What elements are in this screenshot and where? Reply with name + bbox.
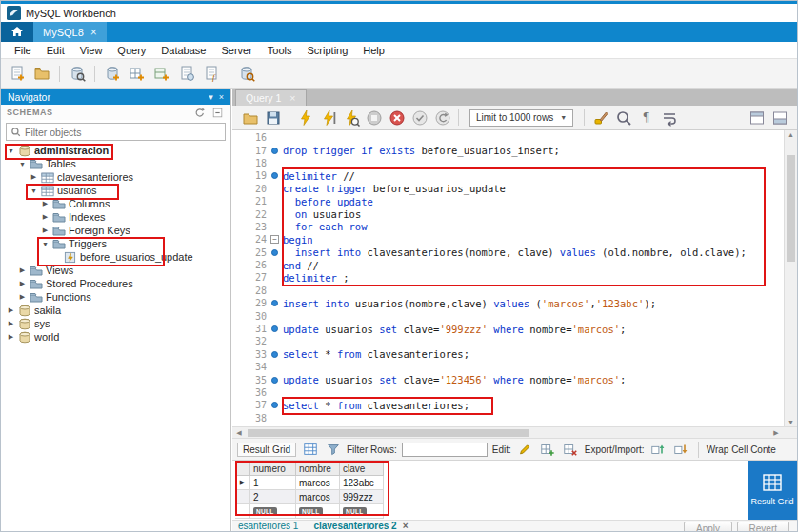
grid-column-header-numero[interactable]: numero <box>250 462 296 476</box>
code-line-30[interactable]: 30 <box>232 309 797 322</box>
code-line-16[interactable]: 16 <box>232 131 797 144</box>
code-fold-icon[interactable]: − <box>270 235 279 244</box>
panel-toggle-icon[interactable] <box>769 108 789 128</box>
filter-rows-input[interactable] <box>402 443 488 457</box>
grid-row-selector[interactable]: ▶ <box>235 476 250 490</box>
menu-item-scripting[interactable]: Scripting <box>300 44 356 57</box>
code-line-38[interactable]: 38 <box>232 412 797 424</box>
chevron-collapsed-icon[interactable]: ▶ <box>6 333 16 341</box>
toggle-stop-on-error-icon[interactable] <box>387 108 407 128</box>
code-line-37[interactable]: 37select * from clavesanteriores; <box>232 399 797 411</box>
connection-tab-mysql8[interactable]: MySQL8 × <box>33 22 107 42</box>
tree-item-sys[interactable]: ▶sys <box>1 317 230 330</box>
grid-cell[interactable]: 999zzz <box>340 490 384 504</box>
menu-item-query[interactable]: Query <box>110 44 153 57</box>
inspector-icon[interactable] <box>67 63 88 84</box>
rollback-icon[interactable] <box>432 108 452 128</box>
tree-item-triggers[interactable]: ▼Triggers <box>1 237 230 250</box>
code-line-35[interactable]: 35update usuarios set clave='123456' whe… <box>232 373 797 385</box>
code-line-26[interactable]: 26end // <box>232 259 797 271</box>
import-icon[interactable] <box>672 441 690 459</box>
close-panel-icon[interactable]: × <box>219 92 224 102</box>
explain-icon[interactable] <box>341 108 361 128</box>
chevron-expanded-icon[interactable]: ▼ <box>6 148 16 154</box>
apply-button[interactable]: Apply <box>684 522 732 532</box>
menu-item-help[interactable]: Help <box>355 44 392 57</box>
tree-item-functions[interactable]: ▶Functions <box>1 290 230 304</box>
code-line-23[interactable]: 23 for each row <box>232 221 797 233</box>
grid-cell[interactable]: marcos <box>296 476 340 490</box>
filter-icon[interactable] <box>324 441 342 459</box>
tree-item-before-usuarios-update[interactable]: before_usuarios_update <box>1 250 230 264</box>
menu-item-edit[interactable]: Edit <box>39 44 72 57</box>
grid-column-header-clave[interactable]: clave <box>340 462 384 476</box>
result-tab-esanteriores-1[interactable]: esanteriores 1 <box>238 521 298 531</box>
collapse-editor-icon[interactable] <box>747 108 767 128</box>
commit-icon[interactable] <box>409 108 429 128</box>
grid-cell[interactable]: 123abc <box>340 476 384 490</box>
tree-item-sakila[interactable]: ▶sakila <box>1 304 230 317</box>
grid-row-selector[interactable] <box>235 504 250 519</box>
grid-row-selector[interactable] <box>235 490 250 504</box>
code-line-28[interactable]: 28 <box>232 285 797 297</box>
revert-button[interactable]: Revert <box>737 522 789 532</box>
execute-current-icon[interactable] <box>318 108 338 128</box>
search-database-icon[interactable] <box>236 63 257 84</box>
code-line-24[interactable]: 24−begin <box>232 233 797 246</box>
table-row[interactable]: NULLNULLNULL <box>235 504 384 519</box>
code-line-22[interactable]: 22 on usuarios <box>232 207 797 220</box>
chevron-collapsed-icon[interactable]: ▶ <box>29 173 39 181</box>
chevron-collapsed-icon[interactable]: ▶ <box>17 266 28 274</box>
create-table-icon[interactable] <box>127 63 148 84</box>
refresh-icon[interactable] <box>191 106 207 119</box>
invisible-characters-icon[interactable]: ¶ <box>636 108 656 128</box>
menu-item-server[interactable]: Server <box>213 44 259 57</box>
open-sql-script-icon[interactable] <box>31 63 52 84</box>
code-line-33[interactable]: 33select * from clavesanteriores; <box>232 348 797 361</box>
grid-cell[interactable]: NULL <box>250 504 296 519</box>
create-schema-icon[interactable] <box>102 63 123 84</box>
export-icon[interactable] <box>649 441 668 459</box>
code-line-21[interactable]: 21 before update <box>232 195 797 207</box>
home-tab-button[interactable] <box>1 22 33 42</box>
tree-item-indexes[interactable]: ▶Indexes <box>1 210 230 224</box>
code-line-17[interactable]: 17drop trigger if exists before_usuarios… <box>232 144 797 156</box>
delete-row-icon[interactable] <box>562 441 580 459</box>
grid-column-header-nombre[interactable]: nombre <box>296 462 340 476</box>
grid-icon[interactable] <box>301 441 319 459</box>
tree-item-administracion[interactable]: ▼administracion <box>1 144 230 157</box>
query-tab[interactable]: Query 1 × <box>235 89 307 106</box>
menu-item-tools[interactable]: Tools <box>260 44 300 57</box>
save-script-icon[interactable] <box>263 108 283 128</box>
collapse-all-icon[interactable] <box>209 106 225 119</box>
code-line-31[interactable]: 31update usuarios set clave='999zzz' whe… <box>232 323 797 335</box>
find-icon[interactable] <box>613 108 633 128</box>
chevron-expanded-icon[interactable]: ▼ <box>40 241 50 247</box>
scroll-left-icon[interactable]: ◀ <box>232 427 246 438</box>
grid-cell[interactable]: 2 <box>250 490 296 504</box>
chevron-expanded-icon[interactable]: ▼ <box>17 161 28 167</box>
editor-horizontal-scrollbar[interactable]: ◀ ▶ <box>232 426 797 439</box>
code-line-29[interactable]: 29insert into usuarios(nombre,clave) val… <box>232 297 797 309</box>
connection-tab-close-icon[interactable]: × <box>90 27 97 38</box>
code-line-19[interactable]: 19delimiter // <box>232 169 797 182</box>
tree-item-tables[interactable]: ▼Tables <box>1 157 230 170</box>
stop-icon[interactable] <box>364 108 384 128</box>
grid-cell[interactable]: NULL <box>340 504 384 519</box>
menu-item-file[interactable]: File <box>7 44 39 57</box>
chevron-collapsed-icon[interactable]: ▶ <box>6 306 16 314</box>
vertical-scroll-thumb[interactable] <box>787 155 795 262</box>
chevron-collapsed-icon[interactable]: ▶ <box>40 227 50 234</box>
dock-icon[interactable]: ▾ <box>209 92 213 102</box>
grid-cell[interactable]: NULL <box>296 504 340 519</box>
result-grid-sidebar-toggle[interactable]: Result Grid <box>748 461 797 520</box>
editor-vertical-scrollbar[interactable]: ▲ ▼ <box>784 130 797 426</box>
code-line-25[interactable]: 25 insert into clavesanteriores(nombre, … <box>232 246 797 259</box>
menu-item-view[interactable]: View <box>72 44 110 57</box>
tree-item-columns[interactable]: ▶Columns <box>1 197 230 210</box>
tree-item-views[interactable]: ▶Views <box>1 264 230 277</box>
chevron-collapsed-icon[interactable]: ▶ <box>40 200 50 207</box>
chevron-collapsed-icon[interactable]: ▶ <box>40 213 50 221</box>
beautify-icon[interactable] <box>590 108 610 128</box>
wrap-text-icon[interactable] <box>659 108 679 128</box>
